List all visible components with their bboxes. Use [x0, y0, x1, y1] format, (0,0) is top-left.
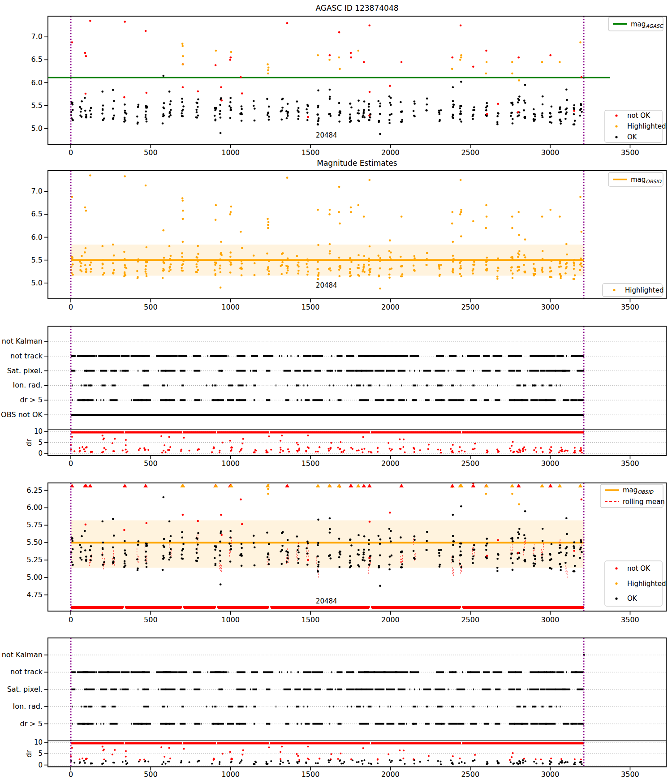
scatter-highlighted [452, 255, 454, 257]
scatter-highlighted [565, 263, 567, 265]
dr-point [459, 758, 461, 759]
y-tick-label: 6.0 [31, 233, 43, 241]
flag-segment [178, 355, 187, 357]
dr-point [144, 449, 146, 451]
dr-point [522, 762, 524, 764]
dr-point [497, 451, 499, 453]
axes-frame [48, 326, 666, 456]
scatter-highlighted [267, 218, 269, 220]
scatter-highlighted [306, 266, 309, 268]
dr-point [282, 450, 284, 452]
dr-point [265, 449, 267, 451]
scatter-ok [287, 113, 289, 115]
legend-dot-sample [615, 125, 617, 127]
x-tick-label: 500 [144, 459, 158, 468]
flag-segment [279, 671, 280, 673]
flag-segment [366, 370, 374, 372]
scatter-highlighted [413, 265, 415, 267]
dr-point [474, 759, 476, 761]
dr-point [125, 449, 127, 451]
scatter-not-ok [85, 93, 87, 95]
scatter-ok [350, 565, 352, 567]
scatter-highlighted [124, 175, 126, 177]
dr-point [113, 762, 115, 764]
scatter-ok [579, 557, 581, 559]
scatter-highlighted [401, 215, 403, 218]
dr-point [197, 449, 198, 451]
dr-point [497, 762, 499, 764]
flag-segment [541, 384, 543, 386]
scatter-ok [317, 544, 319, 547]
flag-segment [178, 671, 187, 673]
scatter-highlighted [112, 262, 114, 264]
scatter-ok [146, 543, 148, 545]
clip-top-triangle-orange [181, 484, 185, 487]
scatter-ok [459, 543, 461, 545]
scatter-ok [229, 101, 232, 103]
scatter-highlighted [297, 262, 300, 264]
dr-point [535, 447, 537, 449]
scatter-ok [145, 111, 147, 113]
dr-point [125, 452, 127, 453]
y-tick-label: 6.25 [26, 486, 43, 495]
flag-segment [327, 689, 333, 690]
scatter-ok [113, 557, 115, 559]
flag-segment [269, 399, 270, 401]
flag-segment [509, 399, 515, 401]
scatter-ok [438, 552, 440, 554]
dr-point [229, 751, 231, 753]
scatter-highlighted [414, 270, 416, 272]
scatter-not-ok [460, 24, 462, 26]
flag-segment [253, 706, 255, 707]
flag-segment [346, 671, 347, 673]
scatter-ok [162, 569, 164, 571]
flag-segment [72, 384, 73, 386]
panel-p2: Magnitude Estimates204840500100015002000… [31, 159, 666, 311]
dr-point [231, 758, 233, 760]
scatter-ok [560, 123, 562, 125]
scatter-ok [136, 558, 138, 560]
dr-point [474, 443, 476, 444]
scatter-highlighted [486, 257, 488, 259]
flag-segment [577, 370, 584, 372]
scatter-highlighted [267, 488, 269, 490]
dr-point [565, 450, 567, 452]
scatter-ok [145, 551, 147, 553]
dr-point [340, 753, 341, 754]
dr-point [513, 762, 515, 764]
dr-point [160, 435, 162, 437]
scatter-highlighted [168, 270, 170, 272]
scatter-ok [400, 551, 402, 553]
scatter-highlighted [460, 209, 462, 211]
dr-point [255, 450, 257, 452]
flag-segment [333, 706, 334, 707]
dr-point [362, 747, 364, 749]
scatter-highlighted [358, 267, 360, 269]
flag-segment [425, 723, 430, 725]
scatter-ok [137, 568, 139, 570]
scatter-highlighted [268, 270, 270, 272]
scatter-ok [317, 113, 319, 116]
flag-segment [530, 355, 538, 357]
scatter-ok [112, 546, 114, 548]
flag-segment [556, 671, 564, 673]
dr-point [280, 449, 282, 451]
flag-segment [227, 723, 234, 725]
scatter-highlighted [368, 269, 370, 271]
scatter-highlighted [195, 263, 198, 266]
dr-point [113, 450, 115, 452]
dr-point [90, 763, 92, 765]
scatter-ok [90, 107, 92, 109]
scatter-highlighted [230, 263, 233, 266]
flag-segment [493, 671, 503, 673]
flag-segment [87, 723, 93, 725]
scatter-highlighted [460, 235, 462, 237]
dr-point [581, 452, 583, 453]
scatter-ok [413, 550, 415, 552]
dr-point [188, 761, 190, 763]
dr-point [581, 763, 583, 765]
scatter-ok [413, 110, 415, 112]
scatter-ok [391, 113, 393, 115]
scatter-ok [112, 518, 114, 520]
dr-point [211, 763, 213, 765]
